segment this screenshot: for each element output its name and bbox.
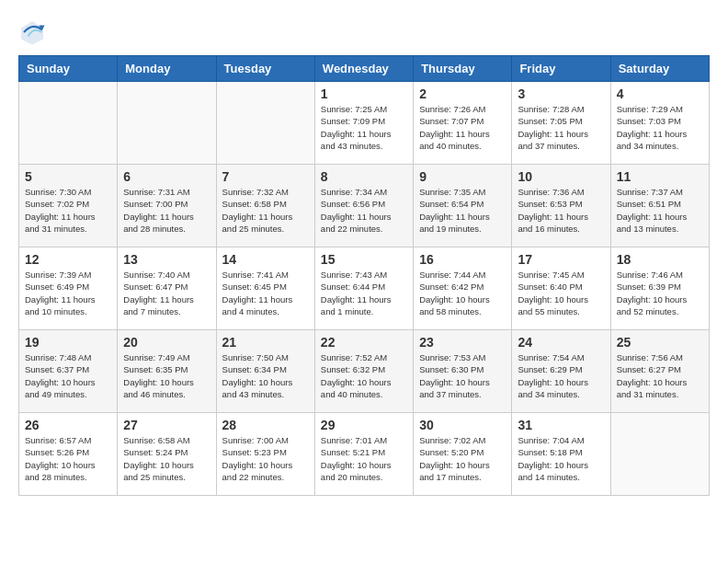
day-info: Sunrise: 7:31 AM Sunset: 7:00 PM Dayligh…: [123, 186, 210, 235]
calendar-cell: 14Sunrise: 7:41 AM Sunset: 6:45 PM Dayli…: [216, 247, 314, 330]
day-number: 7: [222, 169, 309, 184]
calendar-cell: 8Sunrise: 7:34 AM Sunset: 6:56 PM Daylig…: [314, 165, 413, 247]
day-info: Sunrise: 7:29 AM Sunset: 7:03 PM Dayligh…: [617, 103, 703, 152]
day-info: Sunrise: 7:56 AM Sunset: 6:27 PM Dayligh…: [617, 351, 703, 400]
calendar-cell: [118, 82, 216, 165]
day-info: Sunrise: 7:25 AM Sunset: 7:09 PM Dayligh…: [321, 103, 407, 152]
day-header-monday: Monday: [118, 56, 216, 82]
calendar-cell: 6Sunrise: 7:31 AM Sunset: 7:00 PM Daylig…: [118, 165, 216, 247]
day-info: Sunrise: 7:49 AM Sunset: 6:35 PM Dayligh…: [123, 351, 210, 400]
day-number: 6: [123, 169, 210, 184]
day-info: Sunrise: 7:52 AM Sunset: 6:32 PM Dayligh…: [321, 351, 407, 400]
calendar-cell: 17Sunrise: 7:45 AM Sunset: 6:40 PM Dayli…: [512, 247, 610, 330]
calendar-week-1: 1Sunrise: 7:25 AM Sunset: 7:09 PM Daylig…: [19, 82, 710, 165]
svg-marker-0: [21, 21, 43, 45]
page-header: [18, 18, 710, 46]
day-number: 31: [518, 418, 604, 432]
calendar-cell: 27Sunrise: 6:58 AM Sunset: 5:24 PM Dayli…: [118, 413, 216, 496]
calendar-week-4: 19Sunrise: 7:48 AM Sunset: 6:37 PM Dayli…: [19, 330, 710, 413]
calendar-cell: 16Sunrise: 7:44 AM Sunset: 6:42 PM Dayli…: [414, 247, 512, 330]
day-number: 21: [222, 335, 309, 350]
calendar-cell: 20Sunrise: 7:49 AM Sunset: 6:35 PM Dayli…: [118, 330, 216, 413]
day-header-friday: Friday: [512, 56, 610, 82]
day-number: 3: [518, 86, 604, 101]
calendar-cell: 9Sunrise: 7:35 AM Sunset: 6:54 PM Daylig…: [414, 165, 512, 247]
day-header-sunday: Sunday: [19, 56, 118, 82]
calendar-cell: 25Sunrise: 7:56 AM Sunset: 6:27 PM Dayli…: [610, 330, 709, 413]
calendar-header-row: SundayMondayTuesdayWednesdayThursdayFrid…: [19, 56, 710, 82]
day-number: 15: [321, 252, 407, 267]
day-info: Sunrise: 7:37 AM Sunset: 6:51 PM Dayligh…: [617, 186, 703, 235]
calendar-cell: 18Sunrise: 7:46 AM Sunset: 6:39 PM Dayli…: [610, 247, 709, 330]
day-info: Sunrise: 7:40 AM Sunset: 6:47 PM Dayligh…: [123, 269, 210, 317]
day-info: Sunrise: 7:30 AM Sunset: 7:02 PM Dayligh…: [25, 186, 111, 235]
day-info: Sunrise: 7:26 AM Sunset: 7:07 PM Dayligh…: [419, 103, 506, 152]
day-header-saturday: Saturday: [610, 56, 709, 82]
day-number: 9: [419, 169, 506, 184]
calendar-cell: [19, 82, 118, 165]
calendar-cell: 30Sunrise: 7:02 AM Sunset: 5:20 PM Dayli…: [414, 413, 512, 496]
day-info: Sunrise: 7:41 AM Sunset: 6:45 PM Dayligh…: [222, 269, 309, 317]
day-number: 8: [321, 169, 407, 184]
calendar-cell: 29Sunrise: 7:01 AM Sunset: 5:21 PM Dayli…: [314, 413, 413, 496]
calendar-cell: 1Sunrise: 7:25 AM Sunset: 7:09 PM Daylig…: [314, 82, 413, 165]
day-number: 4: [617, 86, 703, 101]
day-number: 28: [222, 418, 309, 432]
calendar-cell: 10Sunrise: 7:36 AM Sunset: 6:53 PM Dayli…: [512, 165, 610, 247]
calendar-cell: 22Sunrise: 7:52 AM Sunset: 6:32 PM Dayli…: [314, 330, 413, 413]
day-info: Sunrise: 7:54 AM Sunset: 6:29 PM Dayligh…: [518, 351, 604, 400]
day-number: 16: [419, 252, 506, 267]
day-number: 11: [617, 169, 703, 184]
calendar-cell: 31Sunrise: 7:04 AM Sunset: 5:18 PM Dayli…: [512, 413, 610, 496]
day-header-tuesday: Tuesday: [216, 56, 314, 82]
day-number: 5: [25, 169, 111, 184]
day-info: Sunrise: 7:28 AM Sunset: 7:05 PM Dayligh…: [518, 103, 604, 152]
day-info: Sunrise: 7:48 AM Sunset: 6:37 PM Dayligh…: [25, 351, 111, 400]
day-info: Sunrise: 7:00 AM Sunset: 5:23 PM Dayligh…: [222, 434, 309, 483]
calendar-cell: 5Sunrise: 7:30 AM Sunset: 7:02 PM Daylig…: [19, 165, 118, 247]
day-number: 27: [123, 418, 210, 432]
calendar-cell: 2Sunrise: 7:26 AM Sunset: 7:07 PM Daylig…: [414, 82, 512, 165]
calendar-cell: 13Sunrise: 7:40 AM Sunset: 6:47 PM Dayli…: [118, 247, 216, 330]
day-info: Sunrise: 7:43 AM Sunset: 6:44 PM Dayligh…: [321, 269, 407, 317]
calendar-cell: 21Sunrise: 7:50 AM Sunset: 6:34 PM Dayli…: [216, 330, 314, 413]
logo: [18, 18, 50, 46]
calendar-cell: 26Sunrise: 6:57 AM Sunset: 5:26 PM Dayli…: [19, 413, 118, 496]
day-number: 20: [123, 335, 210, 350]
calendar-cell: 15Sunrise: 7:43 AM Sunset: 6:44 PM Dayli…: [314, 247, 413, 330]
calendar-cell: 23Sunrise: 7:53 AM Sunset: 6:30 PM Dayli…: [414, 330, 512, 413]
day-number: 2: [419, 86, 506, 101]
day-number: 12: [25, 252, 111, 267]
calendar-cell: 24Sunrise: 7:54 AM Sunset: 6:29 PM Dayli…: [512, 330, 610, 413]
day-header-wednesday: Wednesday: [314, 56, 413, 82]
day-number: 14: [222, 252, 309, 267]
day-info: Sunrise: 7:34 AM Sunset: 6:56 PM Dayligh…: [321, 186, 407, 235]
calendar-cell: 11Sunrise: 7:37 AM Sunset: 6:51 PM Dayli…: [610, 165, 709, 247]
logo-icon: [18, 18, 46, 46]
calendar-cell: 12Sunrise: 7:39 AM Sunset: 6:49 PM Dayli…: [19, 247, 118, 330]
day-number: 18: [617, 252, 703, 267]
calendar-week-3: 12Sunrise: 7:39 AM Sunset: 6:49 PM Dayli…: [19, 247, 710, 330]
calendar-cell: 7Sunrise: 7:32 AM Sunset: 6:58 PM Daylig…: [216, 165, 314, 247]
day-info: Sunrise: 7:32 AM Sunset: 6:58 PM Dayligh…: [222, 186, 309, 235]
day-number: 22: [321, 335, 407, 350]
day-number: 24: [518, 335, 604, 350]
calendar-cell: 28Sunrise: 7:00 AM Sunset: 5:23 PM Dayli…: [216, 413, 314, 496]
day-info: Sunrise: 6:57 AM Sunset: 5:26 PM Dayligh…: [25, 434, 111, 483]
day-number: 23: [419, 335, 506, 350]
day-info: Sunrise: 7:45 AM Sunset: 6:40 PM Dayligh…: [518, 269, 604, 317]
day-info: Sunrise: 7:01 AM Sunset: 5:21 PM Dayligh…: [321, 434, 407, 483]
day-number: 17: [518, 252, 604, 267]
calendar-week-5: 26Sunrise: 6:57 AM Sunset: 5:26 PM Dayli…: [19, 413, 710, 496]
calendar-cell: 19Sunrise: 7:48 AM Sunset: 6:37 PM Dayli…: [19, 330, 118, 413]
day-info: Sunrise: 7:36 AM Sunset: 6:53 PM Dayligh…: [518, 186, 604, 235]
day-info: Sunrise: 7:53 AM Sunset: 6:30 PM Dayligh…: [419, 351, 506, 400]
day-number: 30: [419, 418, 506, 432]
day-number: 29: [321, 418, 407, 432]
calendar-cell: [610, 413, 709, 496]
day-info: Sunrise: 7:04 AM Sunset: 5:18 PM Dayligh…: [518, 434, 604, 483]
day-info: Sunrise: 7:50 AM Sunset: 6:34 PM Dayligh…: [222, 351, 309, 400]
day-number: 13: [123, 252, 210, 267]
day-number: 26: [25, 418, 111, 432]
day-number: 10: [518, 169, 604, 184]
